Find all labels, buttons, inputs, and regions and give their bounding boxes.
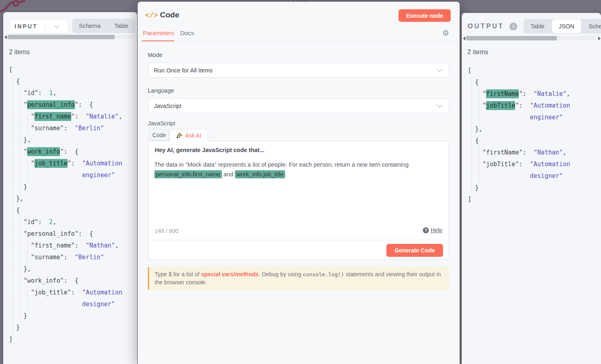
scroll-right-arrow[interactable] — [598, 36, 601, 40]
indent-guide — [27, 287, 28, 310]
input-source-select[interactable]: INPUT — [9, 19, 68, 34]
tab-ask-ai[interactable]: Ask AI — [169, 129, 208, 141]
tab-schema[interactable]: Schema — [582, 19, 601, 33]
chevron-down-icon — [437, 67, 442, 72]
scroll-left-arrow[interactable] — [4, 35, 7, 39]
scroll-left-arrow[interactable] — [463, 36, 465, 40]
output-panel: OUTPUT i Table JSON Schema 2 items [ { "… — [462, 13, 601, 364]
help-link[interactable]: ? Help — [423, 227, 442, 233]
output-view-tabs: Table JSON Schema — [524, 19, 601, 34]
input-json-view: [ { "id": 1, "personal_info": { "first_n… — [9, 64, 122, 345]
prompt-divider — [148, 240, 449, 240]
prompt-heading: Hey AI, generate JavaScript code that... — [155, 147, 264, 153]
indent-guide — [27, 111, 28, 134]
input-view-tabs: Schema Table — [72, 19, 135, 33]
tab-json[interactable]: JSON — [552, 19, 582, 33]
output-hscrollbar-thumb[interactable] — [466, 36, 557, 40]
ask-ai-prompt-box: Hey AI, generate JavaScript code that...… — [148, 141, 449, 260]
input-select-label: INPUT — [10, 23, 45, 30]
tab-parameters[interactable]: Parameters — [143, 30, 175, 36]
indent-guide — [479, 88, 479, 123]
tab-table[interactable]: Table — [524, 19, 552, 33]
language-select[interactable]: JavaScript — [148, 98, 449, 113]
generate-code-button[interactable]: Generate Code — [386, 244, 443, 257]
header-divider — [138, 42, 460, 42]
execute-node-button[interactable]: Execute node — [399, 9, 451, 22]
indent-guide — [20, 87, 20, 193]
code-section-label: JavaScript — [148, 120, 175, 127]
n8n-node-detail-view: INPUT Schema Table 2 items [ { "id": 1, … — [0, 0, 601, 364]
indent-guide — [27, 240, 28, 263]
language-label: Language — [148, 87, 174, 94]
input-items-count: 2 items — [9, 49, 30, 56]
output-json-view: [ { "firstName": "Natalie", "jobTitle": … — [468, 65, 570, 205]
tab-table[interactable]: Table — [107, 19, 135, 33]
sparkles-icon — [176, 132, 183, 139]
code-node-modal: </> Code Execute node Parameters Docs ⚙ … — [138, 1, 460, 364]
prompt-textarea[interactable]: The data in "Mock data" represents a lis… — [154, 160, 440, 179]
drag-handle[interactable] — [293, 1, 306, 2]
gear-icon[interactable]: ⚙ — [442, 28, 449, 38]
code-hint-box: Type $ for a list of special vars/method… — [148, 267, 449, 290]
output-items-count: 2 items — [467, 49, 488, 56]
chevron-down-icon — [437, 102, 442, 108]
output-title: OUTPUT — [468, 23, 504, 30]
mode-select-value: Run Once for All Items — [148, 67, 438, 74]
output-hscrollbar[interactable] — [466, 36, 596, 40]
indent-guide — [20, 216, 20, 322]
char-counter: 148 / 600 — [155, 228, 178, 234]
node-title: Code — [160, 11, 179, 19]
active-tab-underline — [142, 40, 174, 41]
indent-guide — [13, 76, 13, 334]
question-mark-icon: ? — [423, 227, 429, 233]
language-select-value: JavaScript — [148, 103, 438, 109]
mode-label: Mode — [148, 52, 162, 58]
indent-guide — [27, 158, 28, 181]
input-hscrollbar-thumb[interactable] — [8, 35, 115, 39]
mode-select[interactable]: Run Once for All Items — [148, 63, 449, 78]
indent-guide — [479, 147, 479, 182]
input-hscrollbar[interactable] — [8, 35, 134, 39]
indent-guide — [471, 76, 472, 194]
code-node-icon: </> — [145, 11, 158, 19]
tab-docs[interactable]: Docs — [180, 30, 194, 36]
input-panel: INPUT Schema Table 2 items [ { "id": 1, … — [3, 12, 137, 364]
tab-code-editor[interactable]: Code — [149, 129, 169, 141]
tab-schema[interactable]: Schema — [72, 19, 107, 33]
info-icon[interactable]: i — [509, 23, 517, 30]
chevron-down-icon — [54, 23, 60, 28]
